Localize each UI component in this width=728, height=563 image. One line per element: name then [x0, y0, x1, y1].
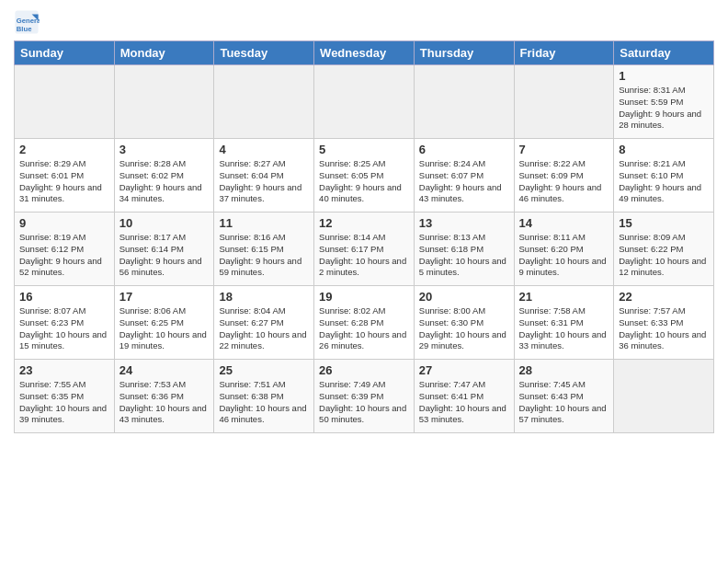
calendar-week-row: 1Sunrise: 8:31 AM Sunset: 5:59 PM Daylig…: [15, 65, 714, 139]
day-info: Sunrise: 7:49 AM Sunset: 6:39 PM Dayligh…: [319, 379, 409, 426]
calendar-cell: 16Sunrise: 8:07 AM Sunset: 6:23 PM Dayli…: [15, 286, 115, 360]
day-number: 26: [319, 363, 409, 377]
day-number: 13: [419, 216, 509, 230]
calendar-cell: [314, 65, 415, 139]
day-number: 4: [219, 143, 309, 156]
day-number: 1: [619, 69, 709, 83]
day-info: Sunrise: 8:21 AM Sunset: 6:10 PM Dayligh…: [619, 158, 709, 205]
calendar-cell: [614, 360, 714, 433]
calendar-cell: 25Sunrise: 7:51 AM Sunset: 6:38 PM Dayli…: [214, 360, 314, 433]
day-info: Sunrise: 8:28 AM Sunset: 6:02 PM Dayligh…: [119, 158, 210, 205]
day-number: 12: [319, 216, 409, 230]
day-number: 27: [419, 363, 509, 377]
day-number: 14: [519, 216, 609, 230]
day-info: Sunrise: 8:06 AM Sunset: 6:25 PM Dayligh…: [119, 305, 210, 352]
calendar-cell: 1Sunrise: 8:31 AM Sunset: 5:59 PM Daylig…: [614, 65, 714, 139]
day-info: Sunrise: 8:31 AM Sunset: 5:59 PM Dayligh…: [619, 85, 709, 132]
day-number: 22: [619, 290, 709, 304]
calendar-cell: 11Sunrise: 8:16 AM Sunset: 6:15 PM Dayli…: [214, 213, 314, 286]
weekday-header: Monday: [114, 41, 214, 65]
day-info: Sunrise: 8:19 AM Sunset: 6:12 PM Dayligh…: [19, 232, 109, 279]
day-info: Sunrise: 8:25 AM Sunset: 6:05 PM Dayligh…: [319, 158, 409, 205]
calendar-header: SundayMondayTuesdayWednesdayThursdayFrid…: [15, 41, 714, 65]
calendar-cell: 7Sunrise: 8:22 AM Sunset: 6:09 PM Daylig…: [514, 139, 614, 213]
day-info: Sunrise: 7:47 AM Sunset: 6:41 PM Dayligh…: [419, 379, 509, 426]
calendar-cell: 4Sunrise: 8:27 AM Sunset: 6:04 PM Daylig…: [214, 139, 314, 213]
day-info: Sunrise: 8:29 AM Sunset: 6:01 PM Dayligh…: [19, 158, 109, 205]
day-info: Sunrise: 8:02 AM Sunset: 6:28 PM Dayligh…: [319, 305, 409, 352]
calendar-week-row: 23Sunrise: 7:55 AM Sunset: 6:35 PM Dayli…: [15, 360, 714, 433]
calendar-cell: 28Sunrise: 7:45 AM Sunset: 6:43 PM Dayli…: [514, 360, 614, 433]
calendar-cell: 21Sunrise: 7:58 AM Sunset: 6:31 PM Dayli…: [514, 286, 614, 360]
day-info: Sunrise: 7:51 AM Sunset: 6:38 PM Dayligh…: [219, 379, 309, 426]
calendar-cell: 17Sunrise: 8:06 AM Sunset: 6:25 PM Dayli…: [114, 286, 214, 360]
calendar-cell: 27Sunrise: 7:47 AM Sunset: 6:41 PM Dayli…: [414, 360, 514, 433]
calendar-cell: 5Sunrise: 8:25 AM Sunset: 6:05 PM Daylig…: [314, 139, 415, 213]
header-row: SundayMondayTuesdayWednesdayThursdayFrid…: [15, 41, 714, 65]
calendar-cell: 19Sunrise: 8:02 AM Sunset: 6:28 PM Dayli…: [314, 286, 415, 360]
weekday-header: Wednesday: [314, 41, 415, 65]
calendar-cell: 12Sunrise: 8:14 AM Sunset: 6:17 PM Dayli…: [314, 213, 415, 286]
day-number: 11: [219, 216, 309, 230]
day-number: 8: [619, 143, 709, 156]
day-number: 9: [19, 216, 109, 230]
day-number: 6: [419, 143, 509, 156]
day-number: 15: [619, 216, 709, 230]
day-number: 7: [519, 143, 609, 156]
day-number: 25: [219, 363, 309, 377]
calendar-week-row: 16Sunrise: 8:07 AM Sunset: 6:23 PM Dayli…: [15, 286, 714, 360]
day-info: Sunrise: 8:13 AM Sunset: 6:18 PM Dayligh…: [419, 232, 509, 279]
day-number: 28: [519, 363, 609, 377]
day-number: 21: [519, 290, 609, 304]
weekday-header: Tuesday: [214, 41, 314, 65]
day-info: Sunrise: 8:07 AM Sunset: 6:23 PM Dayligh…: [19, 305, 109, 352]
day-number: 18: [219, 290, 309, 304]
day-number: 2: [19, 143, 109, 156]
day-info: Sunrise: 7:57 AM Sunset: 6:33 PM Dayligh…: [619, 305, 709, 352]
day-number: 5: [319, 143, 409, 156]
day-number: 19: [319, 290, 409, 304]
calendar-cell: 22Sunrise: 7:57 AM Sunset: 6:33 PM Dayli…: [614, 286, 714, 360]
day-number: 20: [419, 290, 509, 304]
calendar-cell: 23Sunrise: 7:55 AM Sunset: 6:35 PM Dayli…: [15, 360, 115, 433]
day-info: Sunrise: 7:53 AM Sunset: 6:36 PM Dayligh…: [119, 379, 210, 426]
day-number: 23: [19, 363, 109, 377]
day-number: 17: [119, 290, 210, 304]
calendar-cell: 24Sunrise: 7:53 AM Sunset: 6:36 PM Dayli…: [114, 360, 214, 433]
logo: General Blue: [14, 9, 43, 35]
day-info: Sunrise: 8:17 AM Sunset: 6:14 PM Dayligh…: [119, 232, 210, 279]
calendar-cell: [414, 65, 514, 139]
calendar-cell: [214, 65, 314, 139]
calendar-cell: 9Sunrise: 8:19 AM Sunset: 6:12 PM Daylig…: [15, 213, 115, 286]
calendar-cell: 20Sunrise: 8:00 AM Sunset: 6:30 PM Dayli…: [414, 286, 514, 360]
day-info: Sunrise: 7:58 AM Sunset: 6:31 PM Dayligh…: [519, 305, 609, 352]
day-info: Sunrise: 8:16 AM Sunset: 6:15 PM Dayligh…: [219, 232, 309, 279]
calendar-cell: [114, 65, 214, 139]
day-number: 16: [19, 290, 109, 304]
calendar-cell: 14Sunrise: 8:11 AM Sunset: 6:20 PM Dayli…: [514, 213, 614, 286]
day-info: Sunrise: 8:04 AM Sunset: 6:27 PM Dayligh…: [219, 305, 309, 352]
weekday-header: Sunday: [15, 41, 115, 65]
weekday-header: Friday: [514, 41, 614, 65]
weekday-header: Saturday: [614, 41, 714, 65]
calendar-body: 1Sunrise: 8:31 AM Sunset: 5:59 PM Daylig…: [15, 65, 714, 433]
calendar-cell: 18Sunrise: 8:04 AM Sunset: 6:27 PM Dayli…: [214, 286, 314, 360]
calendar-cell: [15, 65, 115, 139]
day-info: Sunrise: 8:22 AM Sunset: 6:09 PM Dayligh…: [519, 158, 609, 205]
day-info: Sunrise: 8:09 AM Sunset: 6:22 PM Dayligh…: [619, 232, 709, 279]
day-info: Sunrise: 7:45 AM Sunset: 6:43 PM Dayligh…: [519, 379, 609, 426]
day-info: Sunrise: 7:55 AM Sunset: 6:35 PM Dayligh…: [19, 379, 109, 426]
logo-icon: General Blue: [14, 9, 40, 35]
calendar-cell: 10Sunrise: 8:17 AM Sunset: 6:14 PM Dayli…: [114, 213, 214, 286]
svg-text:Blue: Blue: [17, 25, 32, 33]
day-info: Sunrise: 8:24 AM Sunset: 6:07 PM Dayligh…: [419, 158, 509, 205]
calendar-cell: 13Sunrise: 8:13 AM Sunset: 6:18 PM Dayli…: [414, 213, 514, 286]
calendar-cell: 8Sunrise: 8:21 AM Sunset: 6:10 PM Daylig…: [614, 139, 714, 213]
day-number: 3: [119, 143, 210, 156]
calendar-cell: 26Sunrise: 7:49 AM Sunset: 6:39 PM Dayli…: [314, 360, 415, 433]
day-info: Sunrise: 8:14 AM Sunset: 6:17 PM Dayligh…: [319, 232, 409, 279]
calendar-cell: [514, 65, 614, 139]
calendar-week-row: 2Sunrise: 8:29 AM Sunset: 6:01 PM Daylig…: [15, 139, 714, 213]
calendar-cell: 2Sunrise: 8:29 AM Sunset: 6:01 PM Daylig…: [15, 139, 115, 213]
calendar-cell: 15Sunrise: 8:09 AM Sunset: 6:22 PM Dayli…: [614, 213, 714, 286]
